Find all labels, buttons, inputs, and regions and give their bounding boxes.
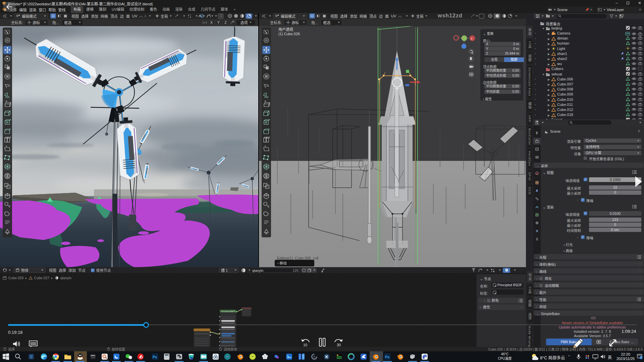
svg-text:T: T	[425, 355, 426, 357]
svg-text:x: x	[471, 37, 473, 40]
svg-text:Principled BSDF: Principled BSDF	[221, 310, 235, 312]
svg-text:(1) Cube.026: (1) Cube.026	[278, 32, 300, 36]
svg-text:K: K	[325, 355, 328, 359]
svg-text:30: 30	[337, 343, 341, 347]
svg-text:Ps: Ps	[385, 355, 389, 359]
svg-text:EPIC: EPIC	[91, 355, 96, 357]
svg-text:用户透视: 用户透视	[278, 27, 293, 32]
svg-text:Ps: Ps	[153, 355, 157, 359]
svg-text:10: 10	[303, 343, 307, 347]
svg-text:GAMES: GAMES	[91, 357, 96, 359]
